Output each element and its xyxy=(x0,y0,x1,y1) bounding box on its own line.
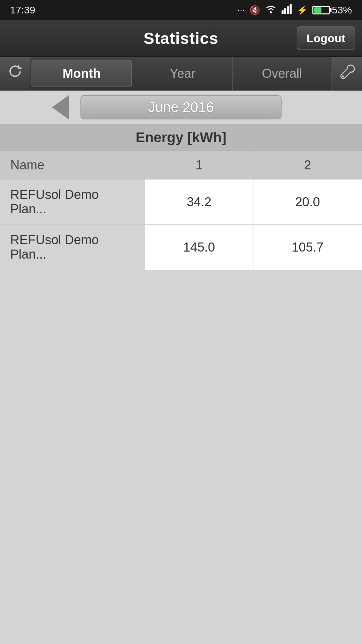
battery-percent: 53% xyxy=(332,4,352,16)
page-title: Statistics xyxy=(143,29,218,48)
row1-col1: 34.2 xyxy=(145,179,253,225)
battery-indicator: 53% xyxy=(312,4,352,16)
back-arrow-icon xyxy=(52,95,69,119)
settings-button[interactable] xyxy=(332,57,362,90)
row1-col2: 20.0 xyxy=(253,179,362,225)
refresh-icon xyxy=(7,63,23,84)
refresh-button[interactable] xyxy=(0,57,30,90)
svg-point-0 xyxy=(270,11,272,13)
tab-overall[interactable]: Overall xyxy=(233,57,332,90)
wifi-icon xyxy=(265,4,277,16)
logout-button[interactable]: Logout xyxy=(297,26,355,50)
svg-rect-3 xyxy=(287,6,289,14)
row2-col1: 145.0 xyxy=(145,225,253,270)
column-1-header: 1 xyxy=(145,151,253,179)
row2-name: REFUsol Demo Plan... xyxy=(0,225,145,270)
status-icons: ··· 🔇 ⚡ 53% xyxy=(237,4,352,16)
svg-rect-1 xyxy=(282,10,284,14)
column-2-header: 2 xyxy=(253,151,362,179)
table-row: REFUsol Demo Plan... 34.2 20.0 xyxy=(0,179,362,225)
section-title: Energy [kWh] xyxy=(136,129,227,146)
toolbar: Month Year Overall xyxy=(0,57,362,91)
svg-rect-2 xyxy=(284,8,286,14)
tab-year[interactable]: Year xyxy=(133,57,232,90)
signal-dots-icon: ··· xyxy=(237,5,245,15)
row2-col2: 105.7 xyxy=(253,225,362,270)
svg-rect-4 xyxy=(290,4,292,14)
table-row: REFUsol Demo Plan... 145.0 105.7 xyxy=(0,225,362,270)
svg-point-5 xyxy=(342,75,344,77)
tab-month[interactable]: Month xyxy=(32,60,132,87)
energy-table: Name 1 2 REFUsol Demo Plan... 34.2 20.0 … xyxy=(0,151,362,270)
back-button[interactable] xyxy=(47,95,74,119)
table-header: Name 1 2 xyxy=(0,151,362,179)
row1-name: REFUsol Demo Plan... xyxy=(0,179,145,225)
mute-icon: 🔇 xyxy=(249,5,260,15)
charging-icon: ⚡ xyxy=(297,5,308,15)
tab-group: Month Year Overall xyxy=(30,57,332,90)
period-display: June 2016 xyxy=(80,95,282,119)
wrench-icon xyxy=(339,63,356,84)
app-header: Statistics Logout xyxy=(0,20,362,57)
signal-bars-icon xyxy=(282,4,292,16)
status-bar: 17:39 ··· 🔇 ⚡ 53% xyxy=(0,0,362,20)
nav-row: June 2016 xyxy=(0,91,362,124)
section-header: Energy [kWh] xyxy=(0,124,362,151)
time-display: 17:39 xyxy=(10,4,35,16)
column-name-header: Name xyxy=(0,151,145,179)
